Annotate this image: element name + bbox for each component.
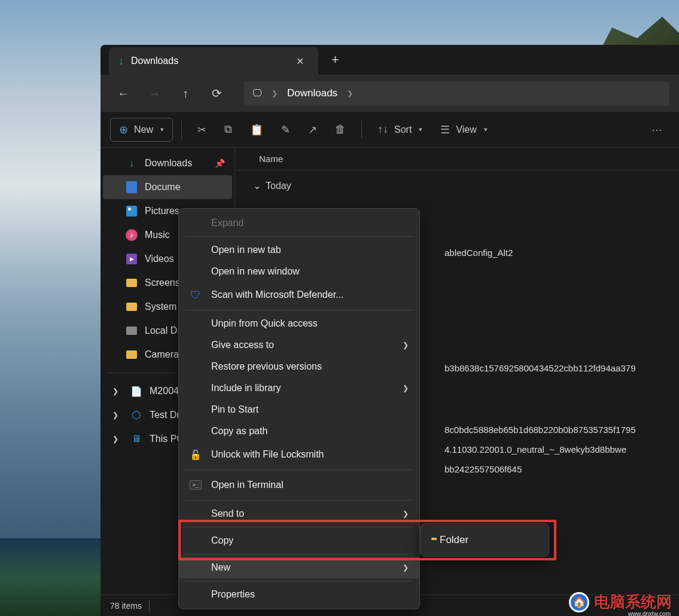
- ctx-label: Restore previous versions: [211, 361, 322, 372]
- breadcrumb[interactable]: 🖵 ❯ Downloads ❯: [244, 81, 669, 105]
- up-button[interactable]: ↑: [172, 80, 199, 106]
- ctx-label: Include in library: [211, 383, 281, 394]
- ctx-copy-path[interactable]: Copy as path: [179, 420, 419, 442]
- ctx-label: Send to: [211, 508, 244, 519]
- ctx-include-library[interactable]: Include in library ❯: [179, 377, 419, 399]
- ctx-send-to[interactable]: Send to ❯: [179, 503, 419, 524]
- chevron-right-icon: ❯: [403, 510, 409, 518]
- paste-button[interactable]: 📋: [243, 118, 270, 141]
- group-label: Today: [266, 181, 291, 191]
- copy-icon: ⧉: [224, 123, 232, 136]
- new-submenu: Folder: [420, 523, 549, 557]
- breadcrumb-location: Downloads: [287, 87, 337, 99]
- rename-icon: ✎: [281, 123, 290, 136]
- dropbox-icon: ⬡: [130, 409, 142, 421]
- address-bar: ← → ↑ ⟳ 🖵 ❯ Downloads ❯: [101, 75, 679, 112]
- close-tab-button[interactable]: ✕: [291, 53, 309, 69]
- more-button[interactable]: ⋯: [644, 118, 669, 141]
- ctx-new[interactable]: New ❯: [179, 557, 419, 578]
- ctx-label: Properties: [211, 589, 255, 600]
- ctx-scan-defender[interactable]: 🛡 Scan with Microsoft Defender...: [179, 282, 419, 307]
- ctx-pin-start[interactable]: Pin to Start: [179, 399, 419, 420]
- folder-icon: [126, 277, 138, 289]
- sidebar-label: Camera: [145, 349, 179, 360]
- tab-downloads[interactable]: ↓ Downloads ✕: [109, 47, 318, 75]
- trash-icon: 🗑: [335, 123, 346, 136]
- ctx-open-new-window[interactable]: Open in new window: [179, 261, 419, 282]
- back-button[interactable]: ←: [110, 80, 136, 106]
- folder-icon: [126, 349, 138, 361]
- share-button[interactable]: ↗: [301, 118, 324, 141]
- watermark-text: 电脑系统网: [594, 591, 672, 612]
- rename-button[interactable]: ✎: [274, 118, 297, 141]
- document-icon: [126, 181, 138, 193]
- ctx-expand: Expand: [179, 212, 419, 234]
- share-icon: ↗: [308, 123, 317, 136]
- separator: [185, 236, 413, 237]
- view-button[interactable]: ☰ View ▾: [433, 118, 494, 141]
- ctx-copy[interactable]: Copy: [179, 530, 419, 551]
- chevron-down-icon: ▾: [484, 126, 488, 133]
- new-tab-button[interactable]: +: [318, 52, 352, 68]
- sidebar-label: Docume: [145, 182, 181, 193]
- file-icon: 📄: [130, 385, 142, 397]
- ctx-label: Give access to: [211, 340, 274, 350]
- separator: [361, 121, 362, 139]
- ctx-open-terminal[interactable]: >_ Open in Terminal: [179, 472, 419, 498]
- watermark-logo-icon: 🏠: [569, 592, 589, 612]
- chevron-right-icon[interactable]: ❯: [112, 411, 123, 419]
- chevron-right-icon[interactable]: ❯: [112, 435, 123, 443]
- chevron-right-icon[interactable]: ❯: [347, 89, 353, 97]
- clipboard-icon: 📋: [250, 123, 263, 136]
- chevron-down-icon: ▾: [419, 126, 422, 133]
- ctx-give-access[interactable]: Give access to ❯: [179, 334, 419, 356]
- download-icon: ↓: [118, 55, 124, 68]
- ctx-label: Open in Terminal: [211, 480, 284, 490]
- sort-icon: ↑↓: [377, 123, 388, 136]
- chevron-right-icon[interactable]: ❯: [112, 387, 123, 395]
- new-button[interactable]: ⊕ New ▾: [110, 118, 173, 142]
- ctx-label: Unlock with File Locksmith: [211, 449, 324, 460]
- group-today[interactable]: ⌄ Today: [253, 176, 661, 195]
- copy-button[interactable]: ⧉: [217, 118, 239, 141]
- submenu-label: Folder: [440, 534, 468, 546]
- ctx-unpin-quick[interactable]: Unpin from Quick access: [179, 313, 419, 334]
- submenu-folder[interactable]: Folder: [421, 529, 549, 551]
- sidebar-label: Downloads: [145, 158, 192, 169]
- pc-icon: 🖥: [130, 433, 142, 445]
- cut-button[interactable]: ✂: [190, 118, 214, 141]
- ctx-label: Expand: [211, 218, 243, 228]
- drive-icon: [126, 325, 138, 337]
- chevron-right-icon: ❯: [403, 341, 409, 349]
- sort-label: Sort: [394, 124, 412, 135]
- shield-icon: 🛡: [188, 288, 203, 302]
- ctx-properties[interactable]: Properties: [179, 584, 419, 605]
- ctx-unlock-locksmith[interactable]: 🔓 Unlock with File Locksmith: [179, 442, 419, 467]
- column-header-name[interactable]: Name: [235, 148, 679, 170]
- ctx-label: New: [211, 562, 230, 573]
- ctx-restore-versions[interactable]: Restore previous versions: [179, 356, 419, 377]
- ctx-open-new-tab[interactable]: Open in new tab: [179, 239, 419, 261]
- refresh-button[interactable]: ⟳: [203, 80, 230, 106]
- separator: [185, 527, 413, 527]
- sidebar-label: Local D: [145, 325, 177, 336]
- separator: [185, 554, 413, 554]
- separator: [185, 310, 413, 310]
- ctx-label: Open in new window: [211, 266, 300, 277]
- view-label: View: [456, 124, 476, 135]
- delete-button[interactable]: 🗑: [328, 118, 353, 141]
- forward-button[interactable]: →: [141, 80, 168, 106]
- separator: [185, 469, 413, 470]
- folder-icon: [126, 301, 138, 313]
- sidebar-label: Pictures: [145, 206, 179, 216]
- sidebar-label: System: [145, 301, 176, 312]
- tab-bar: ↓ Downloads ✕ +: [101, 45, 679, 75]
- chevron-down-icon: ⌄: [253, 180, 261, 191]
- pin-icon[interactable]: 📌: [215, 158, 225, 168]
- chevron-right-icon: ❯: [272, 89, 278, 97]
- monitor-icon: 🖵: [252, 88, 262, 99]
- plus-circle-icon: ⊕: [119, 123, 128, 136]
- sort-button[interactable]: ↑↓ Sort ▾: [370, 118, 430, 141]
- sidebar-item-documents[interactable]: Docume: [103, 175, 232, 199]
- sidebar-item-downloads[interactable]: ↓ Downloads 📌: [103, 151, 232, 175]
